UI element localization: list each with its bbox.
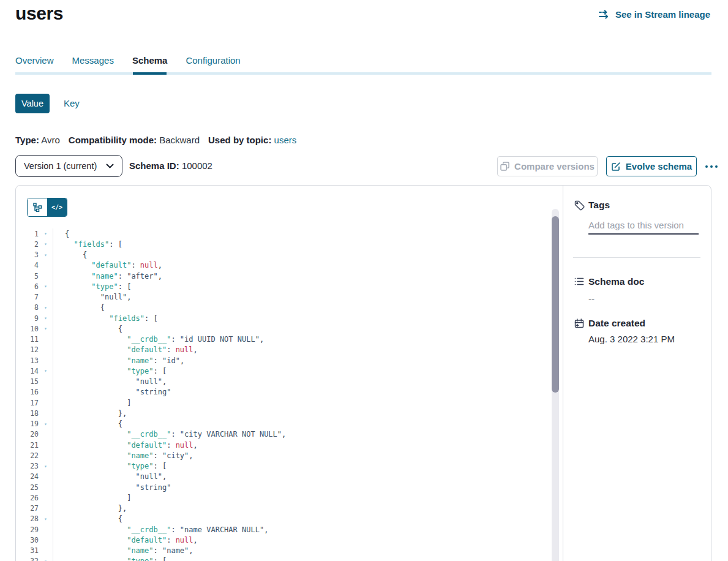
fold-toggle-icon[interactable]: ▾ [39,252,53,258]
line-number: 6 [16,282,39,291]
line-number: 14 [16,367,39,375]
code-text: "string" [53,388,171,396]
date-created-section-title: Date created [588,318,645,329]
code-text: "name": "after", [53,272,162,280]
line-number: 17 [16,399,39,407]
fold-toggle-icon[interactable]: ▾ [39,231,53,236]
tags-input[interactable] [588,216,699,235]
version-select[interactable]: Version 1 (current) [15,155,122,177]
line-number: 7 [16,293,39,301]
key-toggle-button[interactable]: Key [64,98,80,108]
version-select-value: Version 1 (current) [24,161,97,171]
line-number: 22 [16,451,39,460]
schema-code-editor[interactable]: 1▾{2▾ "fields": [3▾ {4 "default": null,5… [16,228,551,561]
code-text: "null", [53,293,131,301]
tab-schema[interactable]: Schema [132,55,168,66]
code-text: ] [53,399,131,407]
ellipsis-icon [705,165,708,168]
tab-messages[interactable]: Messages [72,55,114,66]
line-number: 26 [16,494,39,502]
edit-icon [611,162,621,171]
code-text: "__crdb__": "city VARCHAR NOT NULL", [53,430,286,439]
line-number: 11 [16,335,39,344]
evolve-schema-label: Evolve schema [626,161,692,171]
line-number: 25 [16,483,39,492]
code-view-button[interactable]: </> [47,198,67,216]
code-line: 23▾ "type": [ [16,461,551,472]
line-number: 10 [16,325,39,333]
fold-toggle-icon[interactable]: ▾ [39,284,53,289]
code-line: 17 ] [16,397,551,408]
line-number: 13 [16,356,39,365]
code-line: 14▾ "type": [ [16,366,551,376]
code-text: { [53,420,122,428]
line-number: 28 [16,514,39,523]
code-line: 8▾ { [16,303,551,313]
code-text: { [53,230,69,238]
compare-versions-button[interactable]: Compare versions [497,156,598,176]
calendar-add-icon [574,318,585,329]
fold-toggle-icon[interactable]: ▾ [39,305,53,311]
schema-doc-section-title: Schema doc [588,276,644,287]
line-number: 12 [16,345,39,354]
code-text: ] [53,494,131,502]
line-number: 30 [16,536,39,544]
schema-meta-row: Type: Avro Compatibility mode: Backward … [15,135,296,145]
code-line: 7 "null", [16,292,551,303]
fold-toggle-icon[interactable]: ▾ [39,315,53,321]
code-view-icon: </> [51,204,62,211]
topic-link[interactable]: users [274,135,297,145]
fold-toggle-icon[interactable]: ▾ [39,241,53,247]
tab-overview[interactable]: Overview [15,55,54,66]
code-text: { [53,250,87,259]
code-text: }, [53,409,127,418]
tags-section-title: Tags [588,200,610,211]
line-number: 29 [16,525,39,534]
line-number: 16 [16,388,39,396]
tag-icon [574,200,585,211]
tab-underline-track [15,72,711,75]
stream-lineage-icon [599,10,610,19]
code-text: "null", [53,377,167,386]
code-text: { [53,303,105,312]
tab-configuration[interactable]: Configuration [186,55,240,66]
code-text: "default": null, [53,536,198,544]
line-number: 18 [16,409,39,418]
tree-view-button[interactable] [28,198,47,216]
code-line: 20 "__crdb__": "city VARCHAR NOT NULL", [16,429,551,440]
schema-doc-value: -- [588,293,595,304]
tree-view-icon [33,203,42,212]
fold-toggle-icon[interactable]: ▾ [39,368,53,374]
type-label: Type: [15,135,39,145]
page-title: users [15,3,63,24]
fold-toggle-icon[interactable]: ▾ [39,464,53,469]
value-toggle-button[interactable]: Value [15,94,50,113]
code-text: "null", [53,472,167,481]
schema-id-value: 100002 [182,160,212,171]
line-number: 9 [16,314,39,323]
fold-toggle-icon[interactable]: ▾ [39,326,53,331]
code-line: 5 "name": "after", [16,271,551,281]
date-created-value: Aug. 3 2022 3:21 PM [588,334,675,344]
used-by-topic-field: Used by topic: users [208,135,296,145]
line-number: 19 [16,420,39,428]
editor-scrollbar-thumb[interactable] [552,216,559,393]
fold-toggle-icon[interactable]: ▾ [39,421,53,427]
code-line: 24 "null", [16,472,551,482]
line-number: 20 [16,430,39,439]
evolve-schema-button[interactable]: Evolve schema [606,156,697,176]
code-line: 3▾ { [16,250,551,260]
line-number: 4 [16,261,39,269]
code-line: 9▾ "fields": [ [16,313,551,323]
see-in-stream-lineage-link[interactable]: See in Stream lineage [599,9,710,20]
code-text: "type": [ [53,462,167,470]
schema-page: users See in Stream lineage OverviewMess… [0,0,728,561]
more-actions-button[interactable] [700,156,722,176]
code-text: "name": "city", [53,451,193,460]
code-text: "default": null, [53,261,162,269]
fold-toggle-icon[interactable]: ▾ [39,516,53,522]
fold-toggle-icon[interactable]: ▾ [39,559,53,561]
code-line: 15 "null", [16,377,551,387]
code-line: 31 "name": "name", [16,546,551,556]
code-line: 4 "default": null, [16,260,551,271]
